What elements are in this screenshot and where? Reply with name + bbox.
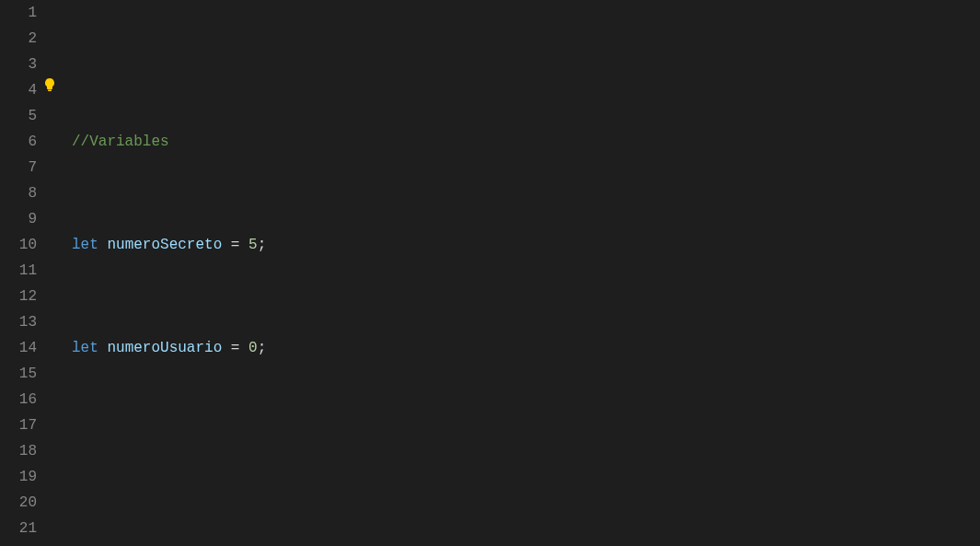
keyword: let bbox=[72, 340, 98, 356]
line-number: 7 bbox=[0, 155, 37, 180]
line-number: 18 bbox=[0, 438, 37, 464]
line-number: 11 bbox=[0, 258, 37, 284]
code-editor[interactable]: 1 2 3 4 5 6 7 8 9 10 11 12 13 14 15 16 1… bbox=[0, 0, 980, 546]
line-number: 6 bbox=[0, 129, 37, 155]
code-line: let numeroUsuario = 0; bbox=[72, 335, 980, 361]
line-number: 2 bbox=[0, 26, 37, 52]
lightbulb-icon[interactable] bbox=[42, 26, 57, 41]
line-number: 10 bbox=[0, 232, 37, 258]
svg-rect-0 bbox=[48, 90, 52, 92]
line-number: 1 bbox=[0, 0, 37, 26]
line-number: 5 bbox=[0, 103, 37, 129]
line-number: 17 bbox=[0, 412, 37, 438]
code-line: //Variables bbox=[72, 129, 980, 155]
variable: numeroUsuario bbox=[107, 340, 222, 356]
line-number: 9 bbox=[0, 206, 37, 232]
keyword: let bbox=[72, 237, 98, 253]
line-number: 21 bbox=[0, 516, 37, 541]
code-content[interactable]: //Variables let numeroSecreto = 5; let n… bbox=[55, 0, 980, 546]
punct: ; bbox=[258, 340, 267, 356]
number: 0 bbox=[248, 340, 258, 356]
line-number: 15 bbox=[0, 361, 37, 387]
punct: ; bbox=[258, 237, 267, 253]
line-number: 14 bbox=[0, 335, 37, 361]
line-number: 3 bbox=[0, 52, 37, 77]
comment-text: //Variables bbox=[72, 134, 169, 150]
line-number: 19 bbox=[0, 464, 37, 490]
line-number: 13 bbox=[0, 309, 37, 335]
number: 5 bbox=[248, 237, 258, 253]
line-number: 20 bbox=[0, 490, 37, 516]
line-number: 12 bbox=[0, 284, 37, 309]
line-number: 16 bbox=[0, 387, 37, 412]
operator: = bbox=[222, 340, 248, 356]
operator: = bbox=[222, 237, 248, 253]
line-number: 4 bbox=[0, 77, 37, 103]
variable: numeroSecreto bbox=[107, 237, 222, 253]
line-number: 8 bbox=[0, 180, 37, 206]
code-line: let numeroSecreto = 5; bbox=[72, 232, 980, 258]
code-line bbox=[72, 438, 980, 464]
code-line bbox=[72, 541, 980, 546]
